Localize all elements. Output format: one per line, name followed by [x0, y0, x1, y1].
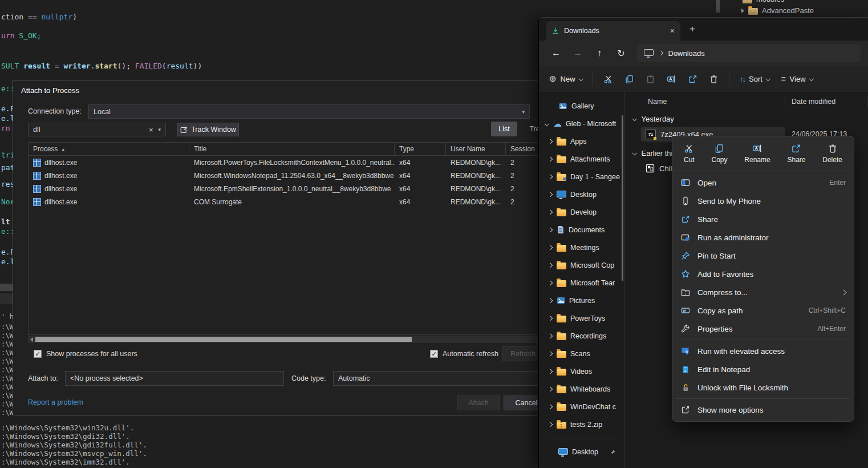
menu-item-unlock-file-locksmith[interactable]: Unlock with File Locksmith: [675, 378, 851, 397]
sidebar-item-whiteboards[interactable]: Whiteboards: [539, 380, 624, 398]
column-name[interactable]: Name: [625, 98, 667, 106]
sidebar-item-meetings[interactable]: Meetings: [539, 239, 624, 256]
quick-cut-button[interactable]: Cut: [684, 143, 695, 164]
attach-button[interactable]: Attach: [457, 396, 500, 410]
chevron-right-icon[interactable]: [548, 175, 553, 179]
table-hscrollbar[interactable]: [28, 336, 542, 343]
checkbox-checked-icon[interactable]: ✓: [430, 350, 438, 358]
chevron-down-icon[interactable]: ▾: [158, 127, 161, 132]
column-date-modified[interactable]: Date modified: [792, 98, 835, 106]
new-tab-icon[interactable]: +: [689, 23, 695, 35]
tree-item-modules[interactable]: modules: [743, 0, 784, 3]
back-button[interactable]: ←: [547, 44, 565, 62]
rename-button[interactable]: [661, 69, 682, 88]
sidebar-item-scans[interactable]: Scans: [539, 345, 624, 362]
sidebar-item-windevchat[interactable]: WinDevChat c: [539, 398, 624, 415]
quick-delete-button[interactable]: Delete: [822, 143, 842, 164]
sidebar-item-videos[interactable]: Videos: [539, 362, 624, 380]
process-row[interactable]: dllhost.exe Microsoft.EpmShellExtension_…: [29, 182, 542, 195]
menu-item-pin-to-start[interactable]: Pin to Start: [675, 247, 851, 265]
menu-item-edit-in-notepad[interactable]: Edit in Notepad: [675, 360, 851, 378]
chevron-right-icon[interactable]: [548, 352, 553, 356]
sidebar-item-documents[interactable]: Documents: [539, 221, 624, 239]
code-type-field[interactable]: Automatic: [333, 371, 543, 386]
sidebar-item-attachments[interactable]: Attachments: [539, 150, 624, 168]
auto-refresh-checkbox[interactable]: ✓ Automatic refresh: [430, 350, 498, 358]
view-list-toggle[interactable]: List: [491, 122, 517, 136]
chevron-right-icon[interactable]: [548, 369, 553, 374]
up-button[interactable]: ↑: [590, 44, 609, 62]
paste-button[interactable]: [640, 69, 661, 88]
process-filter-input[interactable]: dll × ▾: [28, 123, 166, 136]
address-box[interactable]: Downloads: [637, 44, 861, 62]
chevron-down-icon[interactable]: [632, 151, 637, 155]
menu-item-copy-as-path[interactable]: Copy as path Ctrl+Shift+C: [675, 301, 851, 320]
view-button[interactable]: ≡ View: [775, 69, 818, 88]
sidebar-item-gallery[interactable]: Gallery: [539, 97, 624, 115]
sidebar-item-onedrive[interactable]: ☁ Gleb - Microsoft: [539, 115, 624, 132]
sidebar-item-apps[interactable]: Apps: [539, 132, 624, 150]
connection-type-select[interactable]: Local ▾: [88, 104, 530, 119]
chevron-right-icon[interactable]: [548, 157, 553, 162]
tree-item-advancedpaste[interactable]: AdvancedPaste: [741, 6, 814, 15]
sidebar-item-tests-zip[interactable]: tests 2.zip: [539, 415, 624, 433]
menu-item-compress-to[interactable]: Compress to...: [675, 283, 851, 301]
chevron-right-icon[interactable]: [548, 228, 553, 232]
chevron-right-icon[interactable]: [548, 245, 553, 250]
menu-item-send-to-phone[interactable]: Send to My Phone: [675, 192, 851, 210]
sidebar-item-powertoys[interactable]: PowerToys: [539, 309, 624, 327]
refresh-button[interactable]: ↻: [612, 44, 630, 62]
menu-item-run-as-administrator[interactable]: Run as administrator: [675, 228, 851, 247]
chevron-right-icon[interactable]: [548, 405, 553, 409]
sidebar-item-pictures[interactable]: Pictures: [539, 292, 624, 309]
quick-copy-button[interactable]: Copy: [711, 143, 727, 164]
attach-to-field[interactable]: <No process selected>: [65, 371, 284, 386]
menu-item-open[interactable]: Open Enter: [675, 174, 851, 192]
process-row[interactable]: dllhost.exe Microsoft.WindowsNotepad_11.…: [29, 169, 542, 182]
forward-button[interactable]: →: [569, 44, 587, 62]
scrollbar[interactable]: [716, 0, 720, 13]
track-window-button[interactable]: Track Window: [177, 123, 239, 136]
sidebar-item-develop[interactable]: Develop: [539, 203, 624, 221]
menu-item-share[interactable]: Share: [675, 210, 851, 228]
chevron-right-icon[interactable]: [548, 298, 553, 303]
explorer-tab-downloads[interactable]: Downloads ×: [546, 21, 680, 41]
show-all-users-checkbox[interactable]: ✓ Show processes for all users: [34, 350, 137, 358]
scroll-left-icon[interactable]: [30, 337, 33, 342]
close-tab-icon[interactable]: ×: [670, 26, 675, 35]
refresh-button[interactable]: Refresh: [502, 346, 543, 361]
menu-item-add-to-favorites[interactable]: Add to Favorites: [675, 265, 851, 283]
scrollbar-thumb[interactable]: [35, 337, 412, 342]
chevron-right-icon[interactable]: [548, 422, 553, 427]
sidebar-item-microsoft-teams[interactable]: Microsoft Tear: [539, 274, 624, 292]
process-row[interactable]: dllhost.exe COM Surrogate x64 REDMOND\gk…: [29, 195, 542, 208]
chevron-right-icon[interactable]: [548, 210, 553, 215]
sidebar-item-microsoft-copilot[interactable]: Microsoft Cop: [539, 256, 624, 274]
sidebar-item-day1[interactable]: Day 1 - Sangee: [539, 168, 624, 185]
process-row[interactable]: dllhost.exe Microsoft.PowerToys.FileLock…: [29, 156, 542, 169]
chevron-down-icon[interactable]: [545, 122, 549, 126]
menu-item-properties[interactable]: Properties Alt+Enter: [675, 320, 851, 338]
quick-rename-button[interactable]: Rename: [744, 143, 770, 164]
sidebar-item-desktop-pinned[interactable]: Desktop: [539, 443, 624, 461]
checkbox-checked-icon[interactable]: ✓: [34, 350, 42, 358]
group-yesterday[interactable]: Yesterday: [625, 111, 868, 127]
clear-filter-icon[interactable]: ×: [149, 126, 153, 134]
report-problem-link[interactable]: Report a problem: [28, 398, 83, 406]
copy-button[interactable]: [619, 69, 640, 88]
column-separator[interactable]: [785, 96, 785, 107]
delete-button[interactable]: [703, 69, 724, 88]
chevron-right-icon[interactable]: [548, 387, 553, 392]
sidebar-item-desktop[interactable]: Desktop: [539, 185, 624, 203]
chevron-right-icon[interactable]: [548, 334, 553, 338]
chevron-right-icon[interactable]: [548, 281, 553, 285]
share-button[interactable]: [682, 69, 703, 88]
quick-share-button[interactable]: Share: [787, 143, 805, 164]
nav-scrollbar[interactable]: [622, 115, 623, 281]
sort-button[interactable]: ↑↓ Sort: [734, 69, 775, 88]
column-separator[interactable]: [867, 96, 867, 107]
process-table-header[interactable]: Process▲ Title Type User Name Session: [29, 143, 542, 156]
cut-button[interactable]: [598, 69, 619, 88]
chevron-right-icon[interactable]: [548, 316, 553, 321]
chevron-right-icon[interactable]: [548, 263, 553, 268]
